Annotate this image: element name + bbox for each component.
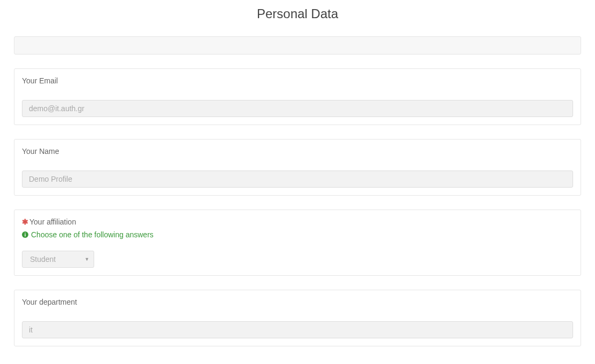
email-label: Your Email [22, 76, 573, 85]
affiliation-select-wrap: Student ▼ [22, 251, 94, 268]
affiliation-label-text: Your affiliation [29, 218, 76, 226]
affiliation-select[interactable]: Student [22, 251, 94, 268]
department-panel: Your department [14, 290, 581, 346]
affiliation-panel: ✱Your affiliation Choose one of the foll… [14, 210, 581, 276]
svg-rect-2 [25, 234, 26, 237]
affiliation-helper: Choose one of the following answers [22, 230, 573, 239]
page-title: Personal Data [14, 0, 581, 36]
info-circle-icon [22, 231, 28, 238]
name-input[interactable] [22, 171, 573, 188]
department-label: Your department [22, 298, 573, 306]
svg-rect-1 [25, 233, 26, 234]
empty-banner [14, 36, 581, 55]
department-input[interactable] [22, 321, 573, 338]
email-input[interactable] [22, 100, 573, 117]
affiliation-helper-text: Choose one of the following answers [31, 230, 154, 239]
affiliation-label: ✱Your affiliation [22, 218, 573, 226]
required-asterisk-icon: ✱ [22, 218, 28, 226]
name-label: Your Name [22, 147, 573, 156]
name-panel: Your Name [14, 139, 581, 196]
email-panel: Your Email [14, 68, 581, 125]
